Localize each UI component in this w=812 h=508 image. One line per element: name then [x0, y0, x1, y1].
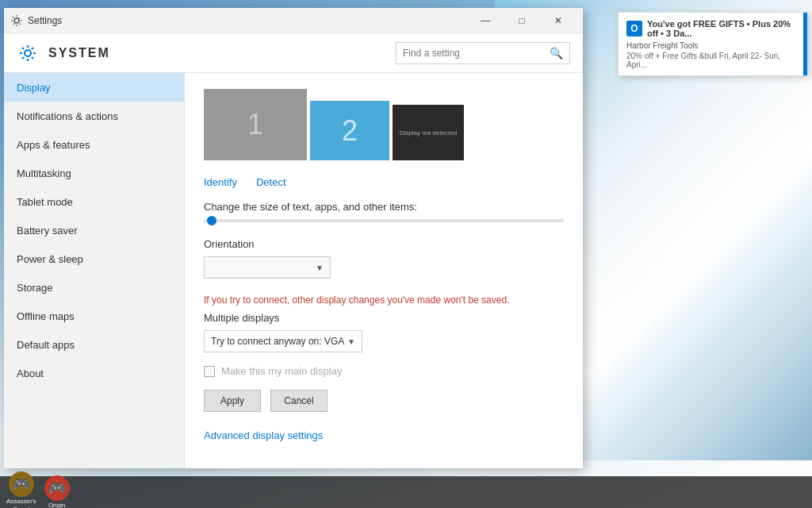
toast-accent-bar	[803, 13, 807, 75]
toast-body: 20% off + Free Gifts &bull Fri, April 22…	[626, 52, 799, 69]
close-button[interactable]: ✕	[540, 8, 576, 33]
orientation-label: Orientation	[204, 238, 564, 250]
vga-dropdown-value: Try to connect anyway on: VGA	[211, 336, 344, 347]
main-display-checkbox[interactable]	[204, 366, 215, 377]
apply-button[interactable]: Apply	[204, 390, 261, 412]
sidebar-item-offline-maps[interactable]: Offline maps	[4, 302, 184, 330]
display-links-row: Identify Detect	[204, 176, 564, 188]
action-buttons-row: Apply Cancel	[204, 390, 564, 412]
cancel-button[interactable]: Cancel	[270, 390, 327, 412]
sidebar-item-tablet-mode[interactable]: Tablet mode	[4, 187, 184, 216]
taskbar-app-assassins-creed[interactable]: 🎮 Assassin's Creed	[6, 471, 36, 508]
identify-link[interactable]: Identify	[204, 176, 237, 188]
sidebar-item-notifications[interactable]: Notifications & actions	[4, 102, 184, 130]
settings-system-title: SYSTEM	[48, 46, 110, 60]
monitor-1[interactable]: 1	[204, 89, 307, 160]
sidebar-item-about[interactable]: About	[4, 359, 184, 387]
svg-point-1	[25, 50, 31, 56]
sidebar-item-display[interactable]: Display	[4, 73, 184, 102]
settings-body: Display Notifications & actions Apps & f…	[4, 73, 583, 468]
monitor-2[interactable]: 2	[310, 101, 389, 160]
sidebar-item-storage[interactable]: Storage	[4, 273, 184, 302]
svg-point-0	[14, 18, 19, 23]
vga-dropdown-arrow: ▼	[347, 337, 355, 346]
text-size-label: Change the size of text, apps, and other…	[204, 201, 564, 213]
text-size-slider-track[interactable]	[204, 219, 564, 222]
origin-icon: 🎮	[44, 475, 70, 501]
sidebar-item-apps-features[interactable]: Apps & features	[4, 130, 184, 159]
main-content: 1 2 Display not detected Identify Detect	[185, 73, 583, 468]
sidebar-item-power-sleep[interactable]: Power & sleep	[4, 244, 184, 273]
settings-window: Settings — □ ✕ SYSTEM 🔍	[4, 8, 583, 468]
monitor-previews: 1 2 Display not detected	[204, 89, 564, 160]
window-title: Settings	[28, 15, 467, 26]
title-bar: Settings — □ ✕	[4, 8, 583, 33]
taskbar-left: 🎮 Assassin's Creed 🎮 Origin	[0, 471, 76, 508]
main-display-checkbox-row: Make this my main display	[204, 365, 564, 377]
assassins-creed-label: Assassin's	[6, 498, 36, 505]
taskbar-app-origin[interactable]: 🎮 Origin	[44, 475, 70, 508]
main-display-checkbox-label: Make this my main display	[221, 365, 342, 377]
outlook-icon: O	[626, 21, 642, 37]
orientation-dropdown[interactable]: ▼	[204, 256, 331, 279]
toast-subtitle: Harbor Freight Tools	[626, 41, 799, 50]
assassins-creed-icon: 🎮	[9, 471, 34, 497]
sidebar-item-default-apps[interactable]: Default apps	[4, 330, 184, 359]
desktop: O You've got FREE GIFTS • Plus 20% off •…	[0, 0, 812, 508]
toast-notification[interactable]: O You've got FREE GIFTS • Plus 20% off •…	[618, 12, 808, 76]
search-input[interactable]	[403, 48, 545, 59]
monitor-3[interactable]: Display not detected	[393, 105, 464, 160]
orientation-section: Orientation ▼	[204, 238, 564, 279]
minimize-button[interactable]: —	[467, 8, 504, 33]
window-controls: — □ ✕	[467, 8, 576, 33]
advanced-display-settings-link[interactable]: Advanced display settings	[204, 429, 323, 441]
origin-label: Origin	[48, 502, 65, 508]
detect-link[interactable]: Detect	[256, 176, 286, 188]
monitor-3-label: Display not detected	[400, 129, 458, 137]
sidebar: Display Notifications & actions Apps & f…	[4, 73, 185, 468]
warning-text: If you try to connect, other display cha…	[204, 294, 564, 306]
text-size-slider-thumb[interactable]	[207, 216, 216, 225]
search-icon: 🔍	[550, 47, 563, 60]
maximize-button[interactable]: □	[504, 8, 540, 33]
search-box[interactable]: 🔍	[396, 42, 570, 64]
orientation-dropdown-arrow: ▼	[316, 264, 324, 272]
settings-header: SYSTEM 🔍	[4, 33, 583, 73]
text-size-section: Change the size of text, apps, and other…	[204, 201, 564, 222]
vga-dropdown[interactable]: Try to connect anyway on: VGA ▼	[204, 330, 362, 352]
taskbar: 🎮 Assassin's Creed 🎮 Origin	[0, 476, 812, 508]
sidebar-item-multitasking[interactable]: Multitasking	[4, 159, 184, 187]
settings-window-icon	[10, 14, 23, 27]
gear-icon	[17, 42, 39, 64]
multiple-displays-label: Multiple displays	[204, 312, 564, 324]
sidebar-item-battery-saver[interactable]: Battery saver	[4, 216, 184, 244]
toast-title: You've got FREE GIFTS • Plus 20% off • 3…	[647, 19, 799, 38]
